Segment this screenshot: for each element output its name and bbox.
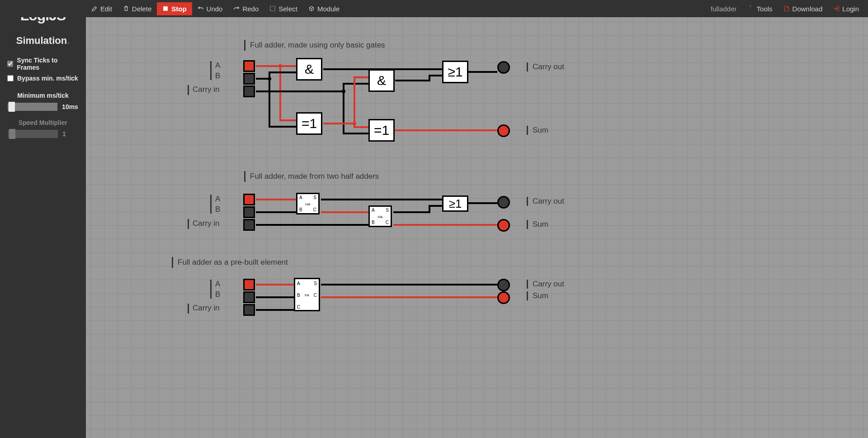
min-tick-label: Minimum ms/tick xyxy=(0,92,86,99)
stop-icon xyxy=(162,5,169,12)
stop-label: Stop xyxy=(171,5,186,13)
bypass-label: Bypass min. ms/tick xyxy=(17,75,78,82)
min-tick-value: 10ms xyxy=(62,103,78,110)
and-gate-2[interactable]: & xyxy=(368,69,395,92)
ha2-pin-b: B xyxy=(372,220,375,225)
bypass-checkbox[interactable] xyxy=(7,75,14,81)
undo-button[interactable]: Undo xyxy=(192,2,228,15)
sync-label: Sync Ticks to Frames xyxy=(17,57,79,71)
svg-point-3 xyxy=(268,77,271,81)
bypass-checkbox-row[interactable]: Bypass min. ms/tick xyxy=(0,73,86,84)
redo-button[interactable]: Redo xyxy=(228,2,264,15)
login-label: Login xyxy=(842,5,859,13)
ha1-pin-s: S xyxy=(313,195,316,200)
fa-pin-co: C xyxy=(314,293,317,298)
edit-label: Edit xyxy=(100,5,112,13)
ha2-tag: HA xyxy=(377,215,382,219)
svg-rect-0 xyxy=(164,7,168,11)
undo-icon xyxy=(198,5,204,12)
chevron-down-icon: ˅ xyxy=(749,5,752,13)
sketch-name: fulladder xyxy=(704,5,743,13)
download-icon xyxy=(783,5,790,12)
section-1-out-carry: Carry out xyxy=(527,62,564,71)
redo-icon xyxy=(233,5,240,12)
login-icon xyxy=(833,5,840,12)
section-2-out-carry: Carry out xyxy=(527,197,564,206)
or-gate[interactable]: ≥1 xyxy=(442,61,468,83)
login-button[interactable]: Login xyxy=(828,2,864,15)
min-tick-group: Minimum ms/tick 10ms xyxy=(0,92,86,111)
section-2-title: Full adder, made from two half adders xyxy=(244,171,379,182)
fa-tag: FA xyxy=(305,293,309,297)
ha1-pin-c: C xyxy=(313,207,316,212)
ha1-tag: HA xyxy=(305,202,310,206)
svg-point-5 xyxy=(353,122,356,125)
undo-label: Undo xyxy=(207,5,223,13)
fa-pin-b: B xyxy=(297,293,300,298)
select-button[interactable]: Select xyxy=(264,2,303,15)
full-adder-block[interactable]: A B C S C FA xyxy=(294,278,320,311)
speed-mult-slider[interactable] xyxy=(8,130,58,138)
download-button[interactable]: Download xyxy=(778,2,828,15)
half-adder-1[interactable]: A B S C HA xyxy=(296,193,320,214)
half-adder-2[interactable]: A B S C HA xyxy=(368,205,392,227)
or-gate-2[interactable]: ≥1 xyxy=(442,195,468,212)
fa-pin-a: A xyxy=(297,281,300,286)
select-label: Select xyxy=(278,5,297,13)
delete-label: Delete xyxy=(132,5,151,13)
and-gate-1[interactable]: & xyxy=(296,58,322,81)
panel-title: Simulation. xyxy=(0,35,86,47)
tools-label: Tools xyxy=(757,5,773,13)
xor-gate-2[interactable]: =1 xyxy=(368,119,395,142)
delete-button[interactable]: Delete xyxy=(118,2,157,15)
section-1-wires xyxy=(86,17,719,162)
module-icon xyxy=(308,5,315,12)
min-tick-slider[interactable] xyxy=(8,103,57,111)
section-3-wires xyxy=(86,271,719,343)
redo-label: Redo xyxy=(242,5,259,13)
trash-icon xyxy=(123,5,129,12)
section-3-out-sum: Sum xyxy=(527,291,548,300)
section-2-out-sum: Sum xyxy=(527,220,548,229)
speed-mult-label: Speed Multiplier xyxy=(0,119,86,126)
ha2-pin-s: S xyxy=(386,208,389,213)
module-label: Module xyxy=(317,5,340,13)
pencil-icon xyxy=(91,5,98,12)
section-2-lamp-sum xyxy=(497,219,510,232)
xor-gate-1[interactable]: =1 xyxy=(296,112,322,135)
ha2-pin-a: A xyxy=(372,208,375,213)
fa-pin-s: S xyxy=(314,281,317,286)
section-1-lamp-carryout xyxy=(497,61,510,74)
ha1-pin-a: A xyxy=(299,195,302,200)
select-icon xyxy=(269,5,276,12)
ha1-pin-b: B xyxy=(299,207,302,212)
tools-button[interactable]: ˅ Tools xyxy=(743,2,778,15)
topbar: Edit Delete Stop Undo Redo Select xyxy=(0,0,868,17)
svg-rect-1 xyxy=(270,6,275,11)
panel-title-text: Simulation xyxy=(16,35,67,46)
section-3-out-carry: Carry out xyxy=(527,280,564,289)
section-2-lamp-carryout xyxy=(497,196,510,209)
download-label: Download xyxy=(793,5,823,13)
speed-mult-group: Speed Multiplier 1 xyxy=(0,119,86,138)
stop-button[interactable]: Stop xyxy=(157,2,192,15)
sync-checkbox-row[interactable]: Sync Ticks to Frames xyxy=(0,55,86,73)
section-3-lamp-sum xyxy=(497,291,510,304)
section-3-title: Full adder as a pre-built element xyxy=(172,257,288,268)
svg-point-4 xyxy=(342,90,345,93)
speed-mult-value: 1 xyxy=(62,130,78,138)
svg-point-2 xyxy=(278,64,282,68)
edit-button[interactable]: Edit xyxy=(86,2,118,15)
circuit-canvas[interactable]: Full adder, made using only basic gates … xyxy=(86,17,868,438)
ha2-pin-c: C xyxy=(386,220,389,225)
sidebar: LogiJS Simulation. Sync Ticks to Frames … xyxy=(0,0,86,438)
section-1-lamp-sum xyxy=(497,124,510,137)
section-1-out-sum: Sum xyxy=(527,126,548,135)
section-3-lamp-carryout xyxy=(497,279,510,291)
fa-pin-c: C xyxy=(297,305,300,309)
sync-checkbox[interactable] xyxy=(7,61,13,67)
module-button[interactable]: Module xyxy=(303,2,345,15)
